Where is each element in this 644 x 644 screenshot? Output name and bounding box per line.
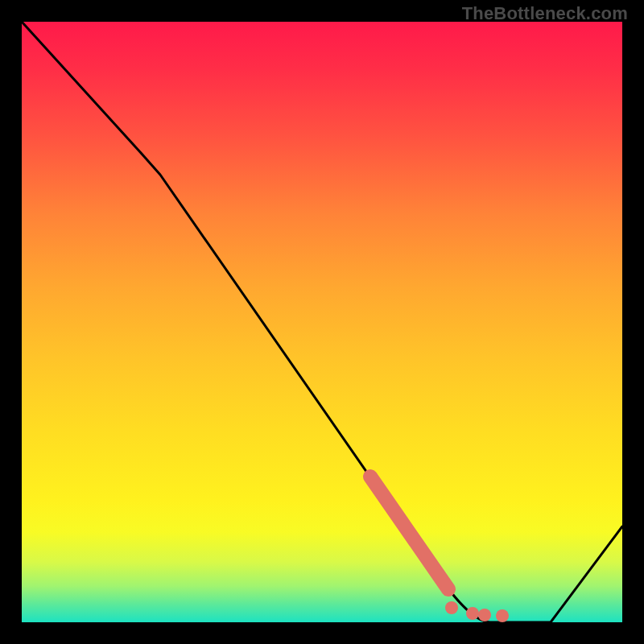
plot-svg [22, 22, 622, 622]
highlight-dot [478, 609, 491, 621]
chart-area [22, 22, 622, 622]
highlight-dot [445, 601, 458, 614]
watermark-text: TheBottleneck.com [462, 3, 628, 24]
bottleneck-curve [22, 22, 622, 622]
highlight-segment [370, 477, 448, 589]
highlight-dot [496, 609, 509, 622]
highlight-dot [466, 607, 479, 620]
